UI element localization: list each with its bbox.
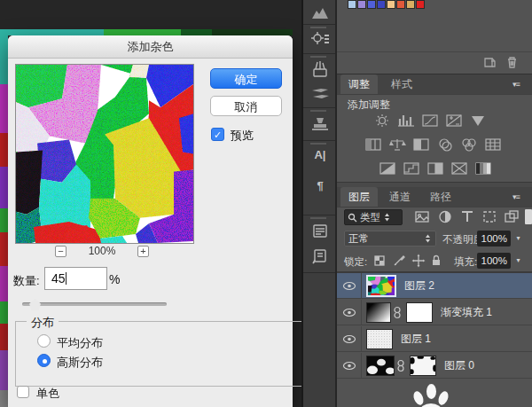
- amount-slider-track[interactable]: [22, 302, 167, 306]
- fill-dropdown-arrow[interactable]: ▾: [513, 253, 523, 269]
- dialog-titlebar[interactable]: 添加杂色: [8, 35, 293, 59]
- brushes-icon[interactable]: [310, 85, 330, 103]
- kind-filter-value: 类型: [360, 211, 380, 224]
- layer-comps-icon[interactable]: [310, 223, 330, 241]
- channel-mixer-icon[interactable]: [459, 137, 479, 152]
- levels-icon[interactable]: [396, 113, 416, 128]
- pixel-layer-filter-icon[interactable]: [413, 208, 431, 225]
- layer-mask-thumbnail[interactable]: [410, 356, 436, 376]
- distribution-legend: 分布: [27, 315, 59, 331]
- hue-saturation-icon[interactable]: [364, 137, 383, 152]
- smart-object-filter-icon[interactable]: [503, 208, 520, 225]
- visibility-toggle[interactable]: [337, 353, 362, 378]
- visibility-toggle[interactable]: [337, 326, 362, 351]
- paragraph-panel-icon[interactable]: ¶: [310, 179, 330, 197]
- posterize-icon[interactable]: [402, 161, 421, 176]
- amount-label: 数量:: [13, 273, 40, 289]
- gaussian-radio[interactable]: [37, 354, 51, 367]
- eye-icon: [342, 361, 356, 371]
- trash-icon[interactable]: [505, 56, 519, 69]
- vibrance-icon[interactable]: [468, 113, 488, 128]
- character-panel-icon[interactable]: A|: [310, 148, 330, 166]
- panel-menu-icon[interactable]: ▾≡: [512, 79, 527, 90]
- new-swatch-icon[interactable]: [483, 56, 497, 69]
- invert-icon[interactable]: [378, 161, 397, 176]
- clone-source-icon[interactable]: [310, 115, 330, 133]
- layer-filter-kind-dropdown[interactable]: 类型: [344, 209, 403, 225]
- layer-name[interactable]: 图层 2: [404, 278, 434, 294]
- color-lookup-icon[interactable]: [483, 137, 503, 152]
- brush-presets-icon[interactable]: [310, 60, 330, 78]
- ok-button[interactable]: 确定: [210, 68, 282, 89]
- uniform-radio[interactable]: [37, 334, 51, 348]
- tab-paths[interactable]: 路径: [422, 187, 459, 207]
- layer-row[interactable]: 图层 1: [337, 326, 532, 352]
- layer-name[interactable]: 渐变填充 1: [441, 305, 492, 320]
- color-balance-icon[interactable]: [387, 137, 407, 152]
- layer-thumbnail-gradient[interactable]: [366, 302, 391, 323]
- color-swatch[interactable]: [416, 0, 425, 9]
- monochromatic-checkbox[interactable]: [17, 386, 29, 398]
- color-swatch[interactable]: [367, 0, 376, 9]
- layer-row-selected[interactable]: 图层 2: [337, 273, 532, 299]
- layer-mask-thumbnail[interactable]: [406, 302, 433, 323]
- amount-input[interactable]: 45: [44, 267, 107, 290]
- preview-checkbox[interactable]: ✓: [211, 128, 224, 141]
- color-swatch[interactable]: [396, 0, 405, 9]
- tab-styles[interactable]: 样式: [383, 74, 420, 94]
- color-swatch[interactable]: [348, 0, 356, 9]
- opacity-dropdown-arrow[interactable]: ▾: [513, 231, 523, 247]
- opacity-value[interactable]: 100%: [477, 231, 511, 247]
- canvas-image-sliver-top: [8, 29, 293, 35]
- layer-thumbnail-bw[interactable]: [366, 356, 395, 376]
- amount-percent-sign: %: [109, 272, 120, 286]
- lock-label: 锁定:: [344, 255, 367, 269]
- tab-layers[interactable]: 图层: [340, 187, 378, 207]
- tab-channels[interactable]: 通道: [381, 187, 419, 207]
- black-white-icon[interactable]: [411, 137, 431, 152]
- lock-all-icon[interactable]: [429, 254, 443, 268]
- gradient-map-icon[interactable]: [450, 161, 469, 176]
- cancel-button[interactable]: 取消: [210, 96, 282, 116]
- layers-tabbar: 图层 通道 路径 ▾≡: [337, 187, 532, 207]
- layer-name[interactable]: 图层 0: [444, 358, 474, 373]
- layer-thumbnail-noise[interactable]: [366, 275, 396, 297]
- updown-arrows-icon: [383, 212, 391, 223]
- gaussian-radio-label: 高斯分布: [57, 355, 103, 371]
- type-layer-filter-icon[interactable]: [458, 208, 476, 225]
- tab-adjustments[interactable]: 调整: [340, 74, 378, 94]
- lock-position-icon[interactable]: [411, 254, 426, 268]
- shape-layer-filter-icon[interactable]: [481, 208, 498, 225]
- zoom-out-button[interactable]: −: [55, 246, 66, 257]
- exposure-icon[interactable]: [444, 113, 464, 128]
- color-swatch[interactable]: [357, 0, 366, 9]
- visibility-toggle[interactable]: [337, 300, 362, 325]
- lock-image-icon[interactable]: [392, 254, 406, 268]
- notes-icon[interactable]: [310, 248, 330, 266]
- selective-color-icon[interactable]: [473, 161, 493, 176]
- amount-slider-thumb[interactable]: [29, 299, 41, 310]
- filter-toggle[interactable]: [525, 209, 532, 224]
- layer-row[interactable]: 渐变填充 1: [337, 300, 532, 325]
- visibility-toggle[interactable]: [337, 273, 362, 298]
- brightness-contrast-icon[interactable]: [372, 113, 392, 128]
- lock-transparent-icon[interactable]: [372, 254, 387, 268]
- tool-presets-icon[interactable]: [310, 31, 330, 49]
- layer-name[interactable]: 图层 1: [401, 332, 431, 347]
- adjustment-layer-filter-icon[interactable]: [436, 208, 454, 225]
- panel-menu-icon[interactable]: ▾≡: [512, 192, 527, 202]
- color-swatch[interactable]: [406, 0, 415, 9]
- swatches-row: [348, 0, 425, 9]
- layer-thumbnail-speckle[interactable]: [366, 329, 393, 349]
- color-swatch[interactable]: [377, 0, 386, 9]
- threshold-icon[interactable]: [426, 161, 445, 176]
- layer-row[interactable]: 图层 0: [337, 353, 532, 379]
- blend-mode-dropdown[interactable]: 正常: [344, 231, 436, 247]
- fill-value[interactable]: 100%: [477, 253, 511, 269]
- photo-filter-icon[interactable]: [435, 137, 455, 152]
- noise-preview-image[interactable]: [15, 64, 194, 244]
- curves-icon[interactable]: [420, 113, 440, 128]
- color-swatch[interactable]: [387, 0, 395, 9]
- histogram-icon[interactable]: [310, 5, 330, 23]
- zoom-in-button[interactable]: +: [137, 246, 149, 257]
